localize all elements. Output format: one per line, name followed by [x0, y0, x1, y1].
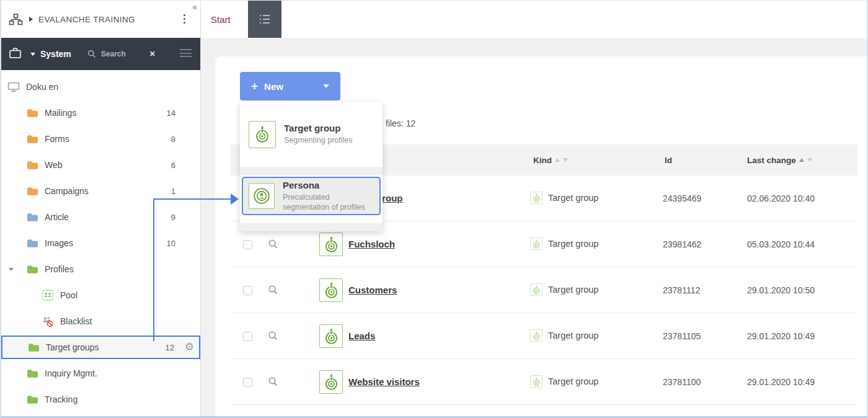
- monitor-icon: [7, 82, 20, 92]
- chevron-down-icon[interactable]: [9, 268, 14, 271]
- column-header-kind[interactable]: Kind: [533, 145, 568, 176]
- id-cell: 24395469: [663, 193, 701, 203]
- sidebar-item-images[interactable]: Images 10: [1, 230, 200, 256]
- sidebar-item-tracking[interactable]: Tracking: [1, 386, 200, 412]
- item-count-badge: 6: [171, 161, 175, 170]
- plus-icon: +: [251, 79, 258, 93]
- sidebar-item-pool[interactable]: Pool: [1, 282, 200, 308]
- new-dropdown-caret-icon[interactable]: [323, 84, 329, 88]
- row-checkbox[interactable]: [243, 240, 252, 249]
- menu-item-target-group[interactable]: Target group Segmenting profiles: [240, 102, 383, 167]
- search-input[interactable]: [101, 50, 146, 58]
- search-icon: [87, 50, 96, 58]
- item-count-badge: 9: [171, 213, 175, 222]
- column-header-last-change[interactable]: Last change: [747, 145, 812, 176]
- item-name-link[interactable]: Customers: [348, 285, 397, 295]
- sidebar-item-label: Profiles: [45, 264, 74, 274]
- table-row: [231, 405, 857, 416]
- folder-orange-icon: [26, 135, 38, 144]
- pool-icon: [42, 290, 54, 301]
- sidebar-item-label: Blacklist: [60, 316, 92, 326]
- preview-icon[interactable]: [268, 376, 278, 389]
- last-change-cell: 05.03.2020 10:44: [747, 239, 815, 249]
- tab-list-active[interactable]: [248, 1, 281, 38]
- sidebar-menu-icon[interactable]: [180, 49, 192, 57]
- gear-icon[interactable]: ⚙: [185, 340, 194, 354]
- folder-green-icon: [26, 265, 38, 274]
- sort-asc-icon[interactable]: [555, 158, 560, 162]
- sort-desc-icon[interactable]: [563, 158, 568, 162]
- menu-separator: [240, 167, 383, 176]
- target-group-icon: [319, 278, 343, 302]
- sidebar-header: EVALANCHE TRAINING «: [1, 1, 200, 38]
- sidebar-item-article[interactable]: Article 9: [1, 204, 200, 230]
- sidebar-item-label: Tracking: [45, 394, 78, 404]
- folder-tree: Doku en Mailings 14 Forms 8 Web 6 Campai…: [1, 70, 200, 412]
- annotation-arrow-line: [153, 199, 154, 341]
- folder-orange-icon: [26, 161, 38, 170]
- sidebar-item-label: Forms: [45, 134, 69, 144]
- sidebar-item-label: Campaigns: [45, 186, 89, 196]
- preview-icon[interactable]: [268, 239, 278, 252]
- folder-green-icon: [27, 343, 40, 352]
- sidebar: EVALANCHE TRAINING « System ✕: [1, 1, 201, 416]
- annotation-arrow-line: [153, 198, 231, 200]
- sidebar-item-blacklist[interactable]: Blacklist: [1, 308, 200, 334]
- table-row: Leads Target group 23781105 29.01.2020 1…: [231, 313, 857, 359]
- sidebar-item-profiles[interactable]: Profiles: [1, 256, 200, 282]
- preview-icon[interactable]: [268, 285, 278, 298]
- item-name-link[interactable]: Fuchsloch: [348, 239, 395, 249]
- kind-cell: Target group: [530, 192, 598, 204]
- sidebar-item-label: Pool: [60, 290, 78, 300]
- sidebar-item-label: Mailings: [45, 108, 76, 118]
- profiles-count-text: files: 12: [386, 118, 415, 128]
- sitemap-icon[interactable]: [9, 13, 23, 26]
- item-count-badge: 12: [166, 343, 174, 352]
- folder-green-icon: [26, 369, 38, 378]
- tab-bar: Start: [201, 1, 867, 38]
- kind-cell: Target group: [530, 375, 598, 388]
- new-dropdown-menu: Target group Segmenting profiles Persona…: [240, 102, 383, 231]
- sidebar-item-label: Target groups: [46, 342, 99, 352]
- tab-start[interactable]: Start: [211, 1, 231, 38]
- folder-blue-icon: [26, 213, 38, 222]
- last-change-cell: 02.06.2020 10:40: [747, 193, 815, 203]
- target-group-icon: [319, 370, 343, 394]
- sidebar-item-label: Web: [45, 160, 63, 170]
- target-group-kind-icon: [530, 375, 542, 388]
- sidebar-item-campaigns[interactable]: Campaigns 1: [1, 178, 200, 204]
- new-button[interactable]: + New: [240, 72, 340, 100]
- id-cell: 23781105: [663, 331, 701, 341]
- item-name-link[interactable]: Website visitors: [348, 376, 420, 387]
- item-count-badge: 14: [167, 109, 175, 118]
- clear-search-icon[interactable]: ✕: [149, 50, 156, 58]
- preview-icon[interactable]: [268, 331, 278, 344]
- sidebar-item-target-groups[interactable]: Target groups 12 ⚙: [1, 336, 200, 359]
- sidebar-item-forms[interactable]: Forms 8: [1, 126, 200, 152]
- folder-green-icon: [26, 395, 38, 404]
- row-checkbox[interactable]: [243, 332, 252, 341]
- briefcase-icon[interactable]: [9, 47, 22, 61]
- more-options-icon[interactable]: [184, 14, 185, 24]
- target-group-icon: [249, 121, 276, 148]
- item-name-link[interactable]: Leads: [348, 331, 375, 341]
- system-dropdown-caret-icon: [30, 53, 35, 56]
- sidebar-item-inquiry-mgmt[interactable]: Inquiry Mgmt.: [1, 360, 200, 386]
- kind-cell: Target group: [530, 283, 598, 296]
- sidebar-item-doku-en[interactable]: Doku en: [1, 74, 200, 100]
- sidebar-item-web[interactable]: Web 6: [1, 152, 200, 178]
- sidebar-item-mailings[interactable]: Mailings 14: [1, 100, 200, 126]
- sidebar-item-label: Doku en: [26, 82, 58, 92]
- content-card: + New files: 12 Kind Id Last: [215, 56, 867, 416]
- row-checkbox[interactable]: [243, 378, 252, 387]
- sidebar-search[interactable]: ✕: [87, 50, 156, 58]
- system-selector[interactable]: System: [40, 49, 71, 59]
- sort-desc-icon[interactable]: [807, 158, 812, 162]
- collapse-sidebar-icon[interactable]: «: [192, 2, 197, 12]
- sort-asc-icon[interactable]: [799, 158, 804, 162]
- row-checkbox[interactable]: [243, 286, 252, 295]
- target-group-kind-icon: [530, 238, 542, 250]
- menu-item-persona[interactable]: Persona Precalculated segmentation of pr…: [242, 177, 381, 215]
- expand-account-icon[interactable]: [29, 17, 33, 22]
- sidebar-item-label: Inquiry Mgmt.: [45, 368, 97, 378]
